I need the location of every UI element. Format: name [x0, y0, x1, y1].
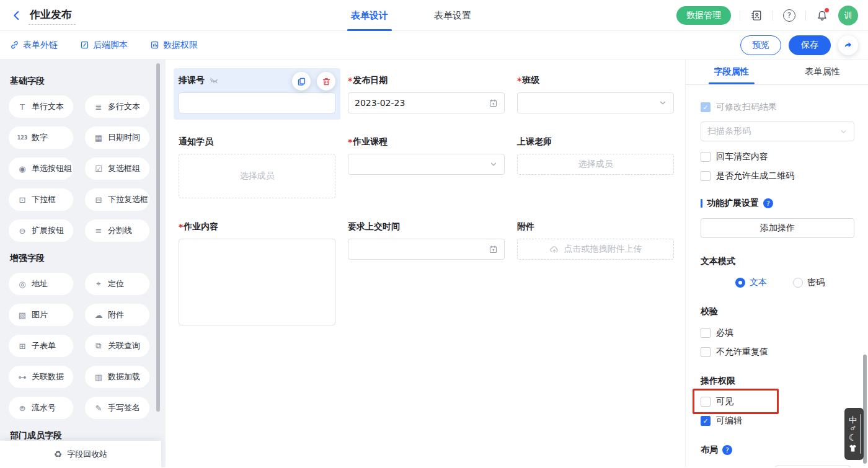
serial-number-icon: ⊜	[16, 404, 29, 413]
top-header: 作业发布 表单设计 表单设置 数据管理 ? 训	[0, 0, 868, 31]
field-card-attachment[interactable]: 附件 点击或拖拽附件上传	[517, 221, 674, 260]
checkbox-visible[interactable]: 可见	[701, 396, 854, 407]
sidebar-item-signature[interactable]: ✎手写签名	[85, 397, 149, 419]
field-card-due-time[interactable]: 要求上交时间	[348, 221, 505, 260]
field-recycle-bin-button[interactable]: ♻ 字段回收站	[0, 441, 161, 467]
sidebar-item-label: 下拉复选框	[108, 194, 148, 205]
notification-bell-icon[interactable]	[815, 8, 830, 23]
teacher-member-picker[interactable]: 选择成员	[517, 154, 674, 175]
tab-form-settings[interactable]: 表单设置	[430, 0, 475, 31]
dropdown-icon: ⊡	[16, 195, 29, 205]
field-card-teacher[interactable]: 上课老师 选择成员	[517, 136, 674, 175]
sidebar-item-attachment[interactable]: ☁附件	[85, 304, 149, 326]
language-zh-icon[interactable]: 中	[849, 416, 857, 424]
save-button[interactable]: 保存	[789, 35, 831, 55]
data-manage-button[interactable]: 数据管理	[676, 6, 731, 25]
field-card-schedule-no[interactable]: 排课号	[174, 68, 340, 120]
sidebar-item-divider[interactable]: ≡分割线	[85, 219, 149, 242]
checkbox-required[interactable]: 必填	[701, 327, 854, 338]
calendar-icon	[489, 245, 498, 254]
sidebar-item-label: 数字	[32, 132, 48, 143]
translate-extension-widget[interactable]: 中 ♂ ☾	[844, 408, 864, 460]
divider-icon: ≡	[92, 226, 105, 236]
chevron-down-icon	[839, 128, 848, 136]
sidebar-item-label: 定位	[108, 278, 124, 289]
sidebar-scrollbar[interactable]	[156, 63, 160, 412]
field-card-class[interactable]: *班级	[517, 74, 674, 113]
sidebar-item-dropdown[interactable]: ⊡下拉框	[9, 188, 73, 211]
add-action-button[interactable]: 添加操作	[701, 218, 854, 238]
sidebar-item-dropdown-multi[interactable]: ⊟下拉复选框	[85, 188, 149, 211]
tab-form-design[interactable]: 表单设计	[347, 0, 392, 31]
copy-field-button[interactable]	[292, 72, 311, 91]
radio-group-icon: ◉	[16, 164, 29, 174]
form-title[interactable]: 作业发布	[29, 6, 76, 25]
backend-script-button[interactable]: 后端脚本	[80, 40, 128, 51]
sidebar-item-relation-query[interactable]: ⧉关联查询	[85, 335, 149, 357]
class-select[interactable]	[517, 92, 674, 113]
publish-date-input[interactable]: 2023-02-23	[348, 92, 505, 113]
field-card-homework-course[interactable]: *作业课程	[348, 136, 505, 175]
homework-course-select[interactable]	[348, 154, 505, 175]
sidebar-item-number[interactable]: 123数字	[9, 126, 73, 149]
image-icon: ▧	[16, 311, 29, 320]
notification-dot	[825, 8, 829, 12]
delete-field-button[interactable]	[317, 72, 335, 91]
notify-students-member-picker[interactable]: 选择成员	[179, 154, 335, 198]
dark-mode-moon-icon[interactable]: ☾	[849, 433, 857, 443]
section-accent-bar	[701, 199, 702, 208]
sidebar-item-datetime[interactable]: ▦日期时间	[85, 126, 149, 149]
sidebar-item-extend-button[interactable]: ⊖扩展按钮	[9, 219, 73, 242]
sidebar-item-single-line-text[interactable]: T单行文本	[9, 95, 73, 118]
cloud-upload-icon	[549, 244, 559, 254]
tab-form-properties[interactable]: 表单属性	[777, 60, 868, 84]
radio-text-mode-text[interactable]: 文本	[735, 277, 767, 288]
field-label: 排课号	[179, 75, 205, 86]
sidebar-item-subform[interactable]: ⊞子表单	[9, 335, 73, 357]
field-card-publish-date[interactable]: *发布日期 2023-02-23	[348, 74, 505, 113]
checkbox-no-duplicate[interactable]: 不允许重复值	[701, 347, 854, 358]
tab-field-properties[interactable]: 字段属性	[686, 60, 777, 84]
sidebar-item-image[interactable]: ▧图片	[9, 304, 73, 326]
field-card-homework-content[interactable]: *作业内容	[179, 221, 335, 325]
attachment-upload-area[interactable]: 点击或拖拽附件上传	[517, 239, 674, 260]
sidebar-item-radio-group[interactable]: ◉单选按钮组	[9, 157, 73, 180]
sidebar-item-multi-line-text[interactable]: ≣多行文本	[85, 95, 149, 118]
field-card-notify-students[interactable]: 通知学员 选择成员	[179, 136, 335, 198]
relation-query-icon: ⧉	[92, 341, 105, 351]
toolbar-link-label: 后端脚本	[93, 40, 128, 51]
sidebar-section-grid: T单行文本≣多行文本123数字▦日期时间◉单选按钮组☑复选框组⊡下拉框⊟下拉复选…	[9, 95, 157, 242]
help-icon[interactable]: ?	[782, 8, 797, 23]
sidebar-item-location[interactable]: ⌖定位	[85, 273, 149, 295]
radio-label: 密码	[807, 277, 825, 288]
sidebar-item-label: 子表单	[32, 340, 56, 351]
checkbox-editable[interactable]: ✓ 可编辑	[701, 415, 854, 426]
share-button[interactable]	[838, 35, 858, 55]
homework-content-textarea[interactable]	[179, 239, 335, 325]
sidebar-item-serial-number[interactable]: ⊜流水号	[9, 397, 73, 419]
back-icon[interactable]	[10, 9, 24, 22]
radio-icon	[793, 278, 803, 288]
publish-date-value: 2023-02-23	[355, 98, 405, 108]
help-icon[interactable]: ?	[763, 198, 773, 208]
help-icon[interactable]: ?	[722, 445, 732, 455]
form-external-link-button[interactable]: 表单外链	[10, 40, 58, 51]
schedule-no-input[interactable]	[179, 92, 335, 113]
radio-text-mode-password[interactable]: 密码	[793, 277, 825, 288]
contacts-icon[interactable]	[749, 8, 764, 23]
divider	[805, 11, 806, 20]
checkbox-enter-clear[interactable]: 回车清空内容	[701, 151, 854, 162]
field-width-select[interactable]: 1/3	[775, 466, 851, 467]
sidebar-item-address[interactable]: ◎地址	[9, 273, 73, 295]
user-avatar[interactable]: 训	[838, 6, 858, 25]
checkbox-allow-qrcode[interactable]: 是否允许生成二维码	[701, 170, 854, 182]
sidebar-item-data-load[interactable]: ▥数据加载	[85, 366, 149, 388]
preview-button[interactable]: 预览	[740, 35, 781, 55]
sidebar-item-relation-data[interactable]: ⊶关联数据	[9, 366, 73, 388]
due-time-input[interactable]	[348, 239, 505, 260]
theme-shirt-icon[interactable]	[849, 444, 857, 452]
data-permission-button[interactable]: 数据权限	[150, 40, 198, 51]
sidebar-item-checkbox-group[interactable]: ☑复选框组	[85, 157, 149, 180]
single-line-text-icon: T	[16, 102, 29, 112]
sidebar-item-label: 手写签名	[108, 402, 140, 413]
